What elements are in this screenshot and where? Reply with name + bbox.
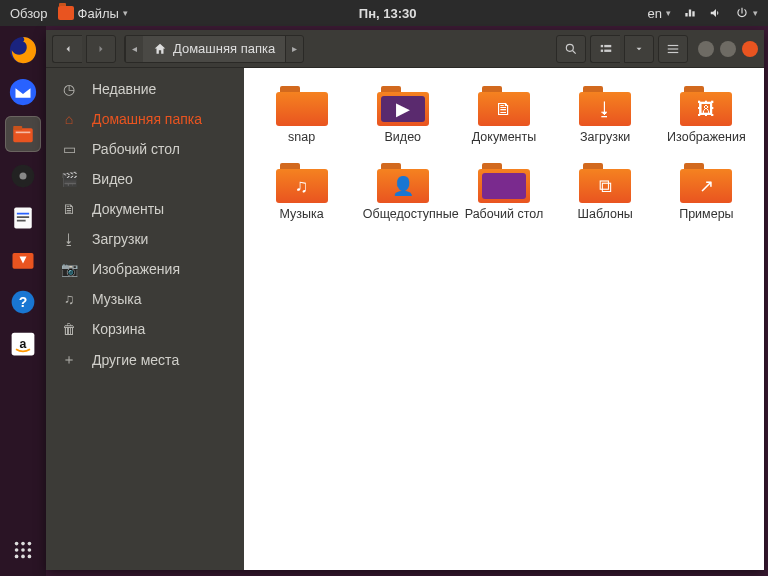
maximize-button[interactable] (720, 41, 736, 57)
window-controls (698, 41, 758, 57)
svg-point-22 (15, 555, 19, 559)
sidebar-item-label: Другие места (92, 352, 179, 368)
activities-label: Обзор (10, 6, 48, 21)
close-button[interactable] (742, 41, 758, 57)
folder-icon: ⧉ (579, 163, 631, 203)
power-icon[interactable]: ▾ (735, 6, 758, 20)
sidebar-item-music[interactable]: ♫Музыка (46, 284, 244, 314)
dock-software[interactable] (5, 242, 41, 278)
svg-point-16 (15, 542, 19, 546)
sidebar-item-label: Загрузки (92, 231, 148, 247)
sidebar-item-downloads[interactable]: ⭳Загрузки (46, 224, 244, 254)
svg-point-23 (21, 555, 25, 559)
path-next-button[interactable]: ▸ (285, 36, 303, 62)
app-menu[interactable]: Файлы ▾ (58, 6, 128, 21)
volume-icon[interactable] (709, 6, 723, 20)
view-list-button[interactable] (590, 35, 620, 63)
chevron-down-icon: ▾ (753, 8, 758, 18)
svg-rect-8 (17, 213, 29, 215)
pathbar: ◂ Домашняя папка ▸ (124, 35, 304, 63)
sidebar-item-trash[interactable]: 🗑Корзина (46, 314, 244, 344)
sidebar-item-documents[interactable]: 🗎Документы (46, 194, 244, 224)
sidebar-item-pictures[interactable]: 📷Изображения (46, 254, 244, 284)
dock-help[interactable]: ? (5, 284, 41, 320)
music-icon: ♫ (60, 291, 78, 307)
sidebar-item-recent[interactable]: ◷Недавние (46, 74, 244, 104)
svg-rect-31 (668, 48, 679, 49)
folder-music[interactable]: ♫Музыка (254, 159, 349, 226)
svg-text:a: a (20, 337, 27, 351)
folder-icon: ↗ (680, 163, 732, 203)
home-icon: ⌂ (60, 111, 78, 127)
back-button[interactable] (52, 35, 82, 63)
activities-button[interactable]: Обзор (10, 6, 48, 21)
svg-point-19 (15, 548, 19, 552)
dock-files[interactable] (5, 116, 41, 152)
folder-grid: snap ▶Видео 🗎Документы ⭳Загрузки 🖼Изобра… (254, 82, 754, 226)
folder-icon (478, 163, 530, 203)
svg-rect-30 (668, 44, 679, 45)
svg-rect-3 (13, 126, 22, 130)
folder-icon: 👤 (377, 163, 429, 203)
svg-point-6 (20, 173, 27, 180)
document-icon: 🗎 (60, 201, 78, 217)
folder-videos[interactable]: ▶Видео (355, 82, 450, 149)
sidebar-item-videos[interactable]: 🎬Видео (46, 164, 244, 194)
input-source[interactable]: en▾ (648, 6, 671, 21)
files-icon (58, 6, 74, 20)
svg-rect-27 (604, 44, 611, 46)
svg-point-21 (28, 548, 32, 552)
camera-icon: 📷 (60, 261, 78, 277)
show-applications-button[interactable] (5, 532, 41, 568)
sidebar-item-other[interactable]: ＋Другие места (46, 344, 244, 376)
svg-rect-28 (600, 49, 602, 51)
breadcrumb-label: Домашняя папка (173, 41, 275, 56)
clock[interactable]: Пн, 13:30 (136, 6, 640, 21)
download-icon: ⭳ (60, 231, 78, 247)
dock-thunderbird[interactable] (5, 74, 41, 110)
top-panel: Обзор Файлы ▾ Пн, 13:30 en▾ ▾ (0, 0, 768, 26)
folder-icon: ▶ (377, 86, 429, 126)
dock-firefox[interactable] (5, 32, 41, 68)
app-menu-label: Файлы (78, 6, 119, 21)
sidebar-item-home[interactable]: ⌂Домашняя папка (46, 104, 244, 134)
svg-point-1 (10, 79, 36, 105)
sidebar-item-label: Рабочий стол (92, 141, 180, 157)
dock-amazon[interactable]: a (5, 326, 41, 362)
desktop-icon: ▭ (60, 141, 78, 157)
folder-desktop[interactable]: Рабочий стол (456, 159, 551, 226)
hamburger-menu-button[interactable] (658, 35, 688, 63)
folder-templates[interactable]: ⧉Шаблоны (558, 159, 653, 226)
svg-text:?: ? (19, 294, 28, 310)
dock: ? a (0, 26, 46, 576)
path-prev-button[interactable]: ◂ (125, 36, 143, 62)
files-window: ◂ Домашняя папка ▸ ◷Недавние ⌂Домашн (46, 30, 764, 570)
folder-documents[interactable]: 🗎Документы (456, 82, 551, 149)
folder-pictures[interactable]: 🖼Изображения (659, 82, 754, 149)
svg-rect-29 (604, 49, 611, 51)
folder-icon (276, 86, 328, 126)
dock-libreoffice[interactable] (5, 200, 41, 236)
trash-icon: 🗑 (60, 321, 78, 337)
view-dropdown-button[interactable] (624, 35, 654, 63)
network-icon[interactable] (683, 6, 697, 20)
video-icon: 🎬 (60, 171, 78, 187)
dock-rhythmbox[interactable] (5, 158, 41, 194)
sidebar-item-label: Музыка (92, 291, 142, 307)
svg-rect-26 (600, 44, 602, 46)
minimize-button[interactable] (698, 41, 714, 57)
svg-rect-4 (16, 132, 31, 134)
forward-button[interactable] (86, 35, 116, 63)
breadcrumb-home[interactable]: Домашняя папка (143, 36, 285, 62)
folder-examples[interactable]: ↗Примеры (659, 159, 754, 226)
folder-icon: 🖼 (680, 86, 732, 126)
svg-rect-2 (13, 128, 33, 142)
search-button[interactable] (556, 35, 586, 63)
folder-snap[interactable]: snap (254, 82, 349, 149)
svg-point-24 (28, 555, 32, 559)
sidebar-item-label: Видео (92, 171, 133, 187)
folder-public[interactable]: 👤Общедоступные (355, 159, 450, 226)
sidebar-item-desktop[interactable]: ▭Рабочий стол (46, 134, 244, 164)
chevron-down-icon: ▾ (123, 8, 128, 18)
folder-downloads[interactable]: ⭳Загрузки (558, 82, 653, 149)
